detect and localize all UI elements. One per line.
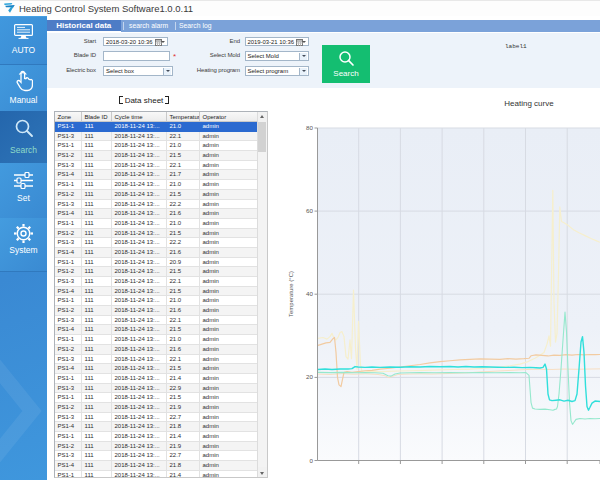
svg-text:80: 80: [306, 124, 313, 131]
svg-text:60: 60: [306, 207, 313, 214]
svg-text:Heating curve: Heating curve: [504, 99, 554, 108]
svg-text:40: 40: [306, 290, 313, 297]
svg-text:20: 20: [306, 373, 313, 380]
svg-text:Temperature (°C): Temperature (°C): [288, 271, 294, 317]
svg-text:0: 0: [310, 457, 314, 464]
